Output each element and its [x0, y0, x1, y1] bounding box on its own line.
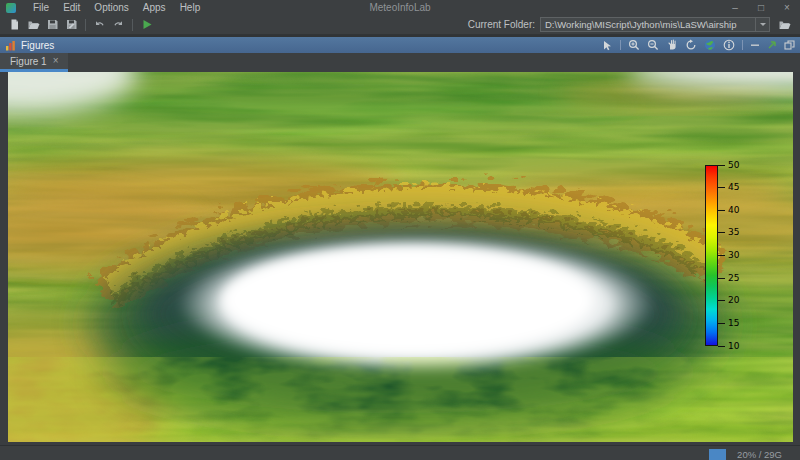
float-window-icon[interactable] [784, 40, 795, 51]
figures-panel-header: Figures [0, 37, 800, 53]
save-icon[interactable] [43, 16, 62, 33]
menu-apps[interactable]: Apps [136, 0, 173, 15]
chevron-down-icon[interactable] [755, 18, 769, 31]
tools-separator [620, 40, 621, 50]
full-extent-globe-icon[interactable] [704, 39, 716, 51]
colorbar-tick-mark [718, 210, 725, 211]
app-logo-icon [6, 3, 16, 13]
minimize-window-icon[interactable]: – [722, 0, 748, 15]
colorbar-gradient [705, 165, 718, 346]
colorbar-tick-mark [718, 323, 725, 324]
figure-tab-bar: Figure 1 × [0, 53, 800, 72]
toolbar-separator [85, 19, 86, 31]
colorbar-tick-mark [718, 187, 725, 188]
colorbar-tick-mark [718, 346, 725, 347]
menu-options[interactable]: Options [87, 0, 135, 15]
toolbar-separator [132, 19, 133, 31]
minimize-panel-icon[interactable] [750, 40, 760, 50]
colorbar-tick-mark [718, 278, 725, 279]
colorbar-tick-label: 10 [728, 342, 739, 351]
current-folder-value[interactable]: D:\Working\MIScript\Jython\mis\LaSW\airs… [541, 19, 755, 30]
colorbar-tick-label: 45 [728, 183, 739, 192]
tab-label: Figure 1 [10, 56, 47, 67]
pointer-icon[interactable] [602, 40, 613, 51]
colorbar-tick-mark [718, 165, 725, 166]
tab-figure-1[interactable]: Figure 1 × [0, 53, 68, 72]
redo-icon[interactable] [109, 16, 128, 33]
colorbar-tick-label: 50 [728, 161, 739, 170]
colorbar-tick-label: 15 [728, 319, 739, 328]
figures-panel-title: Figures [21, 40, 54, 51]
pan-hand-icon[interactable] [666, 39, 678, 51]
open-file-icon[interactable] [24, 16, 43, 33]
colorbar-tick-label: 20 [728, 296, 739, 305]
maximize-window-icon[interactable]: □ [748, 0, 774, 15]
menu-edit[interactable]: Edit [56, 0, 87, 15]
memory-usage-text[interactable]: 20% / 29G [737, 449, 782, 460]
figures-chart-icon [5, 40, 16, 51]
tools-separator [742, 40, 743, 50]
zoom-out-icon[interactable] [647, 39, 659, 51]
run-script-icon[interactable] [137, 16, 156, 33]
colorbar-tick-label: 30 [728, 251, 739, 260]
current-folder-combo[interactable]: D:\Working\MIScript\Jython\mis\LaSW\airs… [540, 17, 770, 32]
zoom-in-icon[interactable] [628, 39, 640, 51]
colorbar-tick-mark [718, 232, 725, 233]
current-folder-label: Current Folder: [468, 19, 535, 30]
save-as-icon[interactable] [62, 16, 81, 33]
volume-render-3d[interactable] [8, 72, 793, 442]
detach-panel-icon[interactable] [767, 40, 777, 50]
title-bar: File Edit Options Apps Help MeteoInfoLab… [0, 0, 800, 15]
status-bar: 20% / 29G [0, 445, 800, 460]
tab-close-icon[interactable]: × [53, 56, 59, 66]
memory-indicator-icon[interactable] [709, 449, 726, 460]
menu-help[interactable]: Help [173, 0, 208, 15]
menu-file[interactable]: File [26, 0, 56, 15]
browse-folder-icon[interactable] [775, 17, 793, 33]
colorbar-tick-mark [718, 300, 725, 301]
colorbar-tick-label: 35 [728, 228, 739, 237]
colorbar-tick-label: 40 [728, 206, 739, 215]
rotate-icon[interactable] [685, 39, 697, 51]
colorbar-tick-mark [718, 255, 725, 256]
main-toolbar: Current Folder: D:\Working\MIScript\Jyth… [0, 15, 800, 35]
close-window-icon[interactable]: × [774, 0, 800, 15]
undo-icon[interactable] [90, 16, 109, 33]
new-script-icon[interactable] [5, 16, 24, 33]
colorbar-tick-label: 25 [728, 274, 739, 283]
colorbar: 50 45 40 35 30 25 20 15 10 [705, 165, 760, 346]
identify-info-icon[interactable] [723, 39, 735, 51]
figure-canvas-area: 50 45 40 35 30 25 20 15 10 [0, 72, 800, 445]
